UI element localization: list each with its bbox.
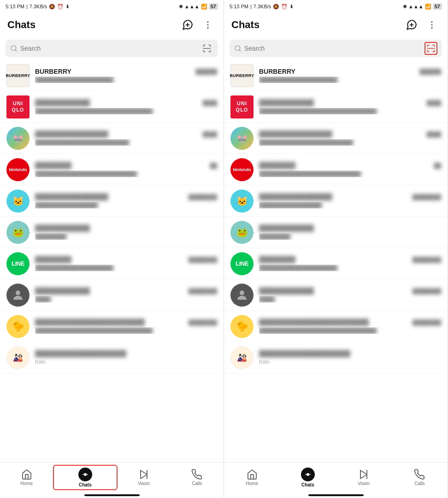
chat-name-line-right: ████████ [259, 256, 295, 263]
chat-item-person-right[interactable]: ████████████ ████████ ████ [224, 279, 448, 311]
header-right: Chats [224, 13, 448, 37]
avatar-nintendo-right: Nintendo [230, 158, 253, 181]
svg-point-20 [240, 290, 244, 295]
chat-content-frog-right: ████████████ ████████ [259, 225, 441, 240]
home-icon-right [247, 469, 258, 480]
nav-home-left[interactable]: Home [0, 466, 53, 489]
status-clock-icon: ⏰ [57, 4, 64, 10]
status-arrow-icon-right: ⬇ [289, 4, 294, 10]
chat-item-tsum-right[interactable]: 🐭 ████████████████ ████ ████████████████… [224, 123, 448, 154]
avatar-person-right [230, 284, 253, 307]
bottom-indicator-right [308, 494, 364, 496]
chat-content-line-left: ████████ ████████ ████████████████████ [35, 256, 217, 271]
chat-item-frog-left[interactable]: 🐸 ████████████ ████████ [0, 217, 224, 248]
chat-item-line-right[interactable]: LINE ████████ ████████ █████████████████… [224, 248, 448, 279]
chat-item-totoro-left[interactable]: 🐱 ████████████████ ████████ ████████████… [0, 185, 224, 217]
new-chat-button-right[interactable] [403, 17, 420, 33]
chat-item-last-right[interactable]: 🎎 ████████████████████ holo [224, 342, 448, 374]
chat-name-duck-right: ████████████████████████ [259, 319, 369, 326]
chat-name-burberry-right: BURBERRY [259, 68, 295, 75]
search-icon-left [10, 45, 18, 52]
chat-name-tsum-right: ████████████████ [259, 130, 332, 138]
nav-home-right[interactable]: Home [224, 466, 280, 489]
avatar-last-right: 🎎 [230, 346, 253, 369]
page-title-right: Chats [231, 19, 259, 31]
chat-item-tsum-left[interactable]: 🐭 ████████████████ ████ ████████████████… [0, 123, 224, 154]
nav-voom-left[interactable]: Voom [118, 466, 171, 489]
more-options-button-left[interactable] [200, 17, 216, 33]
home-icon-left [21, 469, 32, 480]
nav-calls-left[interactable]: Calls [171, 466, 224, 489]
status-arrow-icon: ⬇ [65, 4, 70, 10]
chat-item-frog-right[interactable]: 🐸 ████████████ ████████ [224, 217, 448, 248]
chat-item-totoro-right[interactable]: 🐱 ████████████████ ████████ ████████████… [224, 185, 448, 217]
header-left: Chats [0, 13, 224, 37]
chat-time-duck-right: ████████ [413, 320, 441, 325]
search-input-left[interactable] [20, 45, 198, 52]
chat-item-last-left[interactable]: 🎎 ████████████████████ holo [0, 342, 224, 374]
chat-item-line-left[interactable]: LINE ████████ ████████ █████████████████… [0, 248, 224, 279]
chat-item-duck-right[interactable]: 🐤 ████████████████████████ ████████ ████… [224, 311, 448, 342]
chats-icon-left [81, 470, 89, 479]
chat-content-frog-left: ████████████ ████████ [35, 225, 217, 240]
header-icons-left [179, 17, 216, 33]
svg-point-8 [84, 473, 87, 476]
chat-name-nintendo-right: ████████ [259, 162, 295, 169]
status-sep-right: | [250, 4, 252, 9]
nav-calls-right[interactable]: Calls [392, 466, 448, 489]
nav-voom-right[interactable]: Voom [336, 466, 392, 489]
signal-icon-right: ▲▲▲ [408, 4, 424, 9]
new-chat-button-left[interactable] [179, 17, 196, 33]
chat-name-uniqlo-left: ████████████ [35, 99, 90, 107]
svg-point-3 [207, 24, 209, 26]
status-bell-icon-right: 🔕 [273, 4, 279, 10]
avatar-uniqlo-left: UNI QLO [6, 95, 29, 119]
nav-home-label-left: Home [20, 481, 33, 486]
chat-preview-last-left: holo [35, 359, 217, 365]
chat-item-uniqlo-left[interactable]: UNI QLO ████████████ ████ ██████████████… [0, 91, 224, 123]
svg-point-7 [16, 290, 20, 295]
chat-item-nintendo-left[interactable]: Nintendo ████████ ██ ███████████████████… [0, 154, 224, 185]
svg-point-10 [87, 474, 88, 475]
bluetooth-icon: ✱ [179, 4, 183, 10]
search-input-right[interactable] [244, 45, 422, 52]
chat-preview-tsum-right: ████████████████████████ [259, 139, 441, 146]
avatar-burberry-right: BURBERRY [230, 64, 253, 87]
phone-panel-right: 5:13 PM | 7.3KB/s 🔕 ⏰ ⬇ ✱ ▲▲▲ 📶 57 Chats [224, 0, 448, 498]
chat-content-tsum-left: ████████████████ ████ ██████████████████… [35, 130, 217, 146]
nav-chats-label-left: Chats [79, 482, 92, 487]
chat-time-totoro-left: ████████ [189, 194, 217, 200]
chat-name-duck-left: ████████████████████████ [35, 319, 145, 326]
nav-chats-right[interactable]: Chats [280, 465, 336, 490]
chat-time-uniqlo-right: ████ [427, 100, 441, 106]
chat-item-duck-left[interactable]: 🐤 ████████████████████████ ████████ ████… [0, 311, 224, 342]
phone-panel-left: 5:13 PM | 7.3KB/s 🔕 ⏰ ⬇ ✱ ▲▲▲ 📶 57 Chats [0, 0, 224, 498]
bluetooth-icon-right: ✱ [403, 4, 407, 10]
chat-item-uniqlo-right[interactable]: UNI QLO ████████████ ████ ██████████████… [224, 91, 448, 123]
chat-item-burberry-right[interactable]: BURBERRY BURBERRY ██████ ███████████████… [224, 60, 448, 91]
chat-item-nintendo-right[interactable]: Nintendo ████████ ██ ███████████████████… [224, 154, 448, 185]
search-bar-left[interactable] [6, 40, 218, 57]
nav-calls-label-left: Calls [192, 481, 202, 486]
status-time-speed-right: 5:13 PM | 7.3KB/s 🔕 ⏰ ⬇ [230, 4, 294, 10]
svg-point-16 [431, 24, 433, 26]
chat-item-burberry-left[interactable]: BURBERRY BURBERRY ██████ ███████████████… [0, 60, 224, 91]
more-options-button-right[interactable] [424, 17, 440, 33]
chat-item-person-left[interactable]: ████████████ ████████ ████ [0, 279, 224, 311]
chat-time-nintendo-right: ██ [434, 163, 441, 168]
chat-content-duck-right: ████████████████████████ ████████ ██████… [259, 319, 441, 334]
chat-list-right: BURBERRY BURBERRY ██████ ███████████████… [224, 60, 448, 462]
voom-icon-right [358, 469, 369, 480]
svg-marker-24 [360, 470, 367, 479]
status-speed: | [26, 4, 28, 9]
chat-preview-totoro-right: ████████████████ [259, 202, 441, 208]
search-bar-right[interactable] [230, 40, 442, 57]
scan-button-right[interactable] [424, 42, 437, 55]
scan-button-left[interactable] [200, 42, 213, 55]
chat-name-last-left: ████████████████████ [35, 350, 126, 357]
avatar-duck-left: 🐤 [6, 315, 29, 338]
nav-chats-left[interactable]: Chats [53, 465, 117, 490]
header-icons-right [403, 17, 440, 33]
chat-name-frog-right: ████████████ [259, 225, 314, 232]
signal-icon: ▲▲▲ [184, 4, 200, 9]
